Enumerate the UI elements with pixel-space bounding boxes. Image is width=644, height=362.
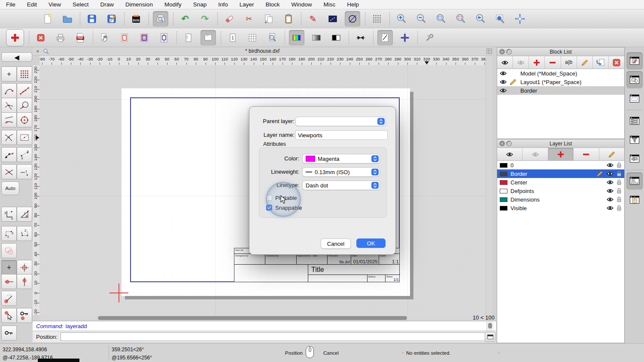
- page-border-button[interactable]: [117, 30, 132, 45]
- snap-middle[interactable]: [1, 130, 17, 145]
- fixed-print-scale-button[interactable]: [353, 30, 368, 45]
- layer-row-visible[interactable]: Visible: [497, 204, 624, 212]
- scrollbar-thumb[interactable]: [98, 316, 407, 320]
- angle-protractor[interactable]: [1, 291, 17, 306]
- rename-block-button[interactable]: a|b: [561, 56, 577, 69]
- blank-page-button[interactable]: [200, 30, 216, 45]
- zoom-page-button[interactable]: [264, 30, 280, 45]
- print-button[interactable]: [53, 30, 68, 45]
- delete-selected-button[interactable]: [222, 11, 237, 27]
- tab-grid-icon[interactable]: [486, 48, 492, 54]
- tiled-pages-button[interactable]: [245, 30, 260, 45]
- lock-icon[interactable]: [617, 171, 622, 177]
- snap-nearest[interactable]: [1, 112, 17, 127]
- export-pdf-button[interactable]: PDF: [73, 30, 88, 45]
- menu-item-edit[interactable]: Edit: [27, 1, 37, 8]
- snap-intersection-manual[interactable]: [1, 164, 17, 179]
- block-row-layout1-paper-space-[interactable]: Layout1 (*Paper_Space): [497, 78, 624, 86]
- snap-tangent[interactable]: [17, 98, 32, 113]
- drag-page-button[interactable]: [97, 30, 112, 45]
- free-select-cursor[interactable]: [1, 308, 17, 323]
- toggle-command-widget-button[interactable]: [626, 172, 643, 190]
- block-row-border[interactable]: Border: [497, 86, 624, 95]
- snap-angle[interactable]: !: [17, 164, 32, 179]
- toggle-notify-widget-button[interactable]: [626, 150, 643, 167]
- visibility-eye-icon[interactable]: [607, 188, 614, 193]
- zoom-auto-button[interactable]: [433, 11, 449, 27]
- zoom-out-button[interactable]: [413, 11, 429, 27]
- draft-mode-button[interactable]: [377, 30, 393, 45]
- single-page-button[interactable]: 1: [225, 30, 240, 45]
- ok-button[interactable]: OK: [356, 238, 386, 248]
- snap-sequence-b[interactable]: 12: [17, 147, 32, 162]
- vertical-scrollbar[interactable]: [486, 56, 492, 315]
- menu-item-info[interactable]: Info: [218, 1, 228, 8]
- toggle-view-widget-button[interactable]: [626, 90, 643, 107]
- menu-item-select[interactable]: Select: [73, 1, 89, 8]
- copy-button[interactable]: [261, 11, 276, 27]
- zoom-selected-button[interactable]: [453, 11, 468, 27]
- preferences-button[interactable]: [422, 30, 437, 45]
- hide-all-blocks-button[interactable]: [513, 56, 529, 69]
- lock-relative-zero[interactable]: [1, 326, 17, 341]
- new-document-button[interactable]: [40, 11, 55, 27]
- set-relative-zero[interactable]: [17, 308, 32, 323]
- add-layer-button[interactable]: [548, 148, 574, 160]
- save-button[interactable]: [84, 11, 100, 27]
- corner-point-a[interactable]: 12: [1, 226, 17, 241]
- menu-item-layer[interactable]: Layer: [240, 1, 254, 8]
- layer-row-border[interactable]: Border: [497, 169, 624, 178]
- no-fill-ellipse-button[interactable]: [345, 11, 360, 27]
- full-color-mode-button[interactable]: [289, 30, 304, 45]
- blackwhite-mode-button[interactable]: [328, 30, 344, 45]
- close-print-preview-button[interactable]: [33, 30, 49, 45]
- visibility-eye-icon[interactable]: [500, 79, 507, 84]
- snap-endpoint[interactable]: [1, 83, 17, 98]
- visibility-eye-icon[interactable]: [607, 163, 614, 168]
- restrict-horizontal[interactable]: [1, 274, 17, 289]
- snap-grid-toggle-button[interactable]: [369, 11, 385, 27]
- snap-center[interactable]: [17, 112, 32, 127]
- add-block-button[interactable]: [529, 56, 545, 69]
- horizontal-scrollbar[interactable]: [39, 315, 486, 321]
- current-pen-button[interactable]: [6, 29, 24, 46]
- snap-on-entity[interactable]: [17, 83, 32, 98]
- redo-button[interactable]: ↷: [197, 11, 213, 27]
- layer-row-0[interactable]: 0: [497, 161, 624, 169]
- coordinate-cartesian[interactable]: yx: [1, 207, 17, 222]
- toggle-clipboard-widget-button[interactable]: [626, 191, 643, 208]
- menu-item-modify[interactable]: Modify: [164, 1, 182, 8]
- paste-button[interactable]: [281, 11, 296, 27]
- parent-layer-dropdown[interactable]: [295, 117, 386, 126]
- print-preview-button[interactable]: [153, 11, 168, 27]
- zoom-in-button[interactable]: [394, 11, 409, 27]
- block-row-model-model-space-[interactable]: Model (*Model_Space): [497, 69, 624, 78]
- lock-icon[interactable]: [617, 179, 622, 185]
- cut-button[interactable]: ✂: [241, 11, 257, 27]
- visibility-eye-icon[interactable]: [500, 88, 507, 93]
- save-as-button[interactable]: [104, 11, 119, 27]
- menu-item-dimension[interactable]: Dimension: [125, 1, 153, 8]
- corner-point-b[interactable]: 12: [17, 226, 32, 241]
- page-setup-button[interactable]: [181, 30, 196, 45]
- visibility-eye-icon[interactable]: [607, 205, 614, 211]
- snap-free[interactable]: +: [1, 66, 17, 81]
- back-button[interactable]: ◀: [1, 52, 32, 62]
- snap-sequence-a[interactable]: [1, 147, 17, 162]
- grayscale-mode-button[interactable]: [309, 30, 324, 45]
- toggle-shapes-widget-button[interactable]: [626, 71, 643, 88]
- snap-auto-button[interactable]: Auto: [1, 181, 19, 195]
- toggle-filter-widget-button[interactable]: [626, 131, 643, 148]
- visibility-eye-icon[interactable]: [607, 171, 614, 176]
- layer-row-defpoints[interactable]: Defpoints: [497, 187, 624, 195]
- show-crosshair-button[interactable]: [397, 30, 413, 45]
- delete-block-button[interactable]: [609, 56, 624, 69]
- snap-intersection[interactable]: [1, 98, 17, 113]
- zoom-window-button[interactable]: [492, 11, 508, 27]
- export-svg-button[interactable]: SVG: [128, 11, 144, 27]
- restrict-vertical[interactable]: [17, 274, 32, 289]
- visibility-eye-icon[interactable]: [607, 180, 614, 185]
- edit-pencil-icon[interactable]: [596, 170, 604, 177]
- keyboard-button[interactable]: [485, 332, 495, 342]
- lineweight-dropdown[interactable]: 0.13mm (ISO): [302, 167, 380, 177]
